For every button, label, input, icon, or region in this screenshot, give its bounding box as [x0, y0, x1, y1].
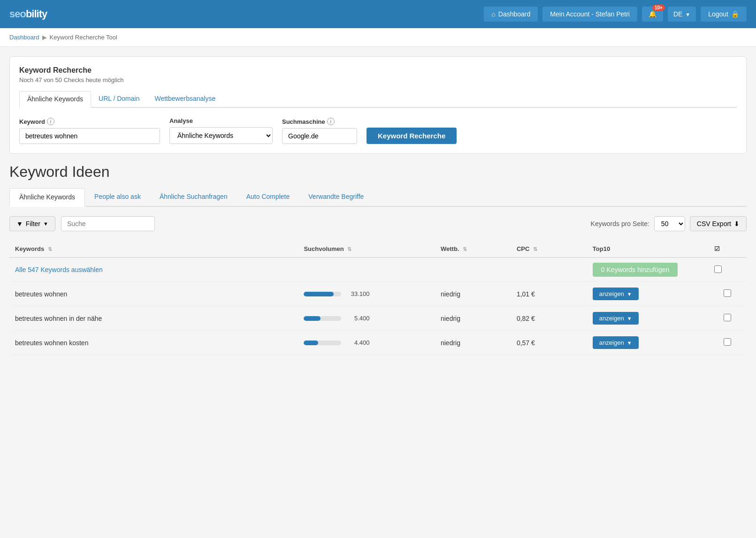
- keyword-input[interactable]: [19, 128, 160, 144]
- all-select-checkbox[interactable]: [714, 265, 722, 273]
- checkbox-cell: [709, 306, 747, 331]
- recherche-tabs: Ähnliche Keywords URL / Domain Wettbewer…: [19, 91, 737, 108]
- vol-bar-fill: [304, 292, 334, 296]
- tab2-aehnliche-suchanfragen[interactable]: Ähnliche Suchanfragen: [150, 188, 237, 207]
- lang-label: DE: [673, 10, 682, 18]
- keywords-table: Keywords ⇅ Suchvolumen ⇅ Wettb. ⇅ CPC ⇅: [9, 241, 747, 355]
- vol-bar-wrap: 5.400: [304, 315, 429, 322]
- sort-cpc-icon: ⇅: [533, 246, 537, 252]
- keyword-info-icon[interactable]: i: [47, 118, 54, 125]
- add-kw-cell: 0 Keywords hinzufügen: [587, 258, 709, 282]
- vol-bar-fill: [304, 316, 321, 321]
- keyword-cell: betreutes wohnen: [9, 282, 298, 306]
- col-header-top10: Top10: [587, 241, 709, 258]
- dashboard-label: Dashboard: [498, 10, 531, 18]
- vol-number: 33.100: [346, 290, 369, 297]
- keyword-recherche-card: Keyword Recherche Noch 47 von 50 Checks …: [9, 56, 747, 154]
- suchmaschine-group: Suchmaschine i: [282, 118, 357, 144]
- sort-vol-icon: ⇅: [347, 246, 351, 252]
- chevron-down-icon: ▼: [685, 12, 690, 17]
- per-page-select[interactable]: 50 10 25 100: [654, 216, 685, 231]
- table-toolbar: ▼ Filter ▼ Keywords pro Seite: 50 10 25 …: [9, 216, 747, 231]
- toolbar-right: Keywords pro Seite: 50 10 25 100 CSV Exp…: [591, 216, 747, 231]
- all-keywords-select-link[interactable]: Alle 547 Keywords auswählen: [15, 266, 103, 273]
- suchmaschine-label: Suchmaschine i: [282, 118, 357, 125]
- table-row: betreutes wohnen in der nähe 5.400 niedr…: [9, 306, 747, 331]
- filter-label: Filter: [26, 220, 40, 227]
- filter-icon: ▼: [16, 220, 23, 227]
- bell-icon: 🔔: [649, 10, 657, 18]
- account-button[interactable]: Mein Account - Stefan Petri: [542, 7, 637, 22]
- tab2-aehnliche-keywords[interactable]: Ähnliche Keywords: [9, 188, 85, 207]
- analyse-select[interactable]: Ähnliche Keywords URL / Domain Wettbewer…: [169, 127, 273, 144]
- keyword-label: Keyword i: [19, 118, 160, 125]
- top10-cell: anzeigen ▼: [587, 331, 709, 355]
- col-header-wettbewerb[interactable]: Wettb. ⇅: [435, 241, 511, 258]
- anzeigen-button[interactable]: anzeigen ▼: [593, 336, 639, 349]
- anzeigen-button[interactable]: anzeigen ▼: [593, 288, 639, 300]
- breadcrumb-home[interactable]: Dashboard: [9, 34, 39, 41]
- notifications-button[interactable]: 🔔 10+: [642, 7, 663, 22]
- sort-wett-icon: ⇅: [463, 246, 467, 252]
- all-select-row: Alle 547 Keywords auswählen 0 Keywords h…: [9, 258, 747, 282]
- row-checkbox[interactable]: [724, 338, 731, 346]
- col-header-checkbox: ☑: [709, 241, 747, 258]
- sort-keywords-icon: ⇅: [48, 246, 52, 252]
- table-row: betreutes wohnen 33.100 niedrig 1,01 €: [9, 282, 747, 306]
- card-title: Keyword Recherche: [19, 66, 737, 75]
- csv-label: CSV Export: [697, 220, 731, 227]
- col-header-cpc[interactable]: CPC ⇅: [511, 241, 587, 258]
- analyse-group: Analyse Ähnliche Keywords URL / Domain W…: [169, 117, 273, 144]
- chevron-down-icon: ▼: [627, 340, 632, 346]
- row-checkbox[interactable]: [724, 314, 731, 321]
- suchmaschine-info-icon[interactable]: i: [327, 118, 335, 125]
- logout-button[interactable]: Logout 🔒: [701, 7, 747, 22]
- tab2-verwandte-begriffe[interactable]: Verwandte Begriffe: [299, 188, 373, 207]
- filter-chevron-icon: ▼: [43, 221, 48, 227]
- vol-bar-bg: [304, 316, 341, 321]
- language-button[interactable]: DE ▼: [668, 7, 696, 22]
- tab2-people-also-ask[interactable]: People also ask: [85, 188, 150, 207]
- tab2-auto-complete[interactable]: Auto Complete: [237, 188, 299, 207]
- table-search-input[interactable]: [61, 216, 155, 231]
- tab-url-domain[interactable]: URL / Domain: [91, 91, 147, 108]
- col-header-keywords[interactable]: Keywords ⇅: [9, 241, 298, 258]
- tab-aehnliche-keywords[interactable]: Ähnliche Keywords: [19, 91, 91, 108]
- row-checkbox[interactable]: [724, 289, 731, 297]
- checkbox-cell: [709, 282, 747, 306]
- csv-export-button[interactable]: CSV Export ⬇: [690, 216, 747, 231]
- table-body: Alle 547 Keywords auswählen 0 Keywords h…: [9, 258, 747, 355]
- dashboard-button[interactable]: ⌂ Dashboard: [484, 7, 538, 22]
- table-row: betreutes wohnen kosten 4.400 niedrig 0,…: [9, 331, 747, 355]
- suchmaschine-input[interactable]: [282, 128, 357, 144]
- logo: seobility: [9, 8, 47, 20]
- download-icon: ⬇: [734, 220, 740, 227]
- cpc-cell: 0,57 €: [511, 331, 587, 355]
- chevron-down-icon: ▼: [627, 316, 632, 321]
- col-header-suchvolumen[interactable]: Suchvolumen ⇅: [298, 241, 435, 258]
- main-content: Keyword Recherche Noch 47 von 50 Checks …: [0, 47, 756, 364]
- keyword-cell: betreutes wohnen in der nähe: [9, 306, 298, 331]
- breadcrumb-current: Keyword Recherche Tool: [50, 34, 117, 41]
- keyword-recherche-button[interactable]: Keyword Recherche: [367, 128, 457, 144]
- vol-bar-fill: [304, 341, 318, 345]
- card-subtitle: Noch 47 von 50 Checks heute möglich: [19, 76, 737, 83]
- check-all-icon: ☑: [714, 245, 720, 252]
- home-icon: ⌂: [491, 10, 495, 18]
- vol-cell: 33.100: [298, 282, 435, 306]
- keyword-ideen-title: Keyword Ideen: [9, 163, 747, 181]
- tab-wettbewerbsanalyse[interactable]: Wettbewerbsanalyse: [147, 91, 223, 108]
- vol-bar-wrap: 33.100: [304, 290, 429, 297]
- top10-cell: anzeigen ▼: [587, 282, 709, 306]
- wett-cell: niedrig: [435, 306, 511, 331]
- wett-cell: niedrig: [435, 331, 511, 355]
- anzeigen-button[interactable]: anzeigen ▼: [593, 312, 639, 325]
- chevron-down-icon: ▼: [627, 291, 632, 297]
- all-select-cell: Alle 547 Keywords auswählen: [9, 258, 587, 282]
- filter-button[interactable]: ▼ Filter ▼: [9, 216, 55, 231]
- add-keywords-button[interactable]: 0 Keywords hinzufügen: [593, 263, 678, 277]
- vol-number: 5.400: [346, 315, 369, 322]
- all-checkbox-cell: [709, 258, 747, 282]
- ideen-tabs: Ähnliche Keywords People also ask Ähnlic…: [9, 188, 747, 207]
- per-page-label: Keywords pro Seite:: [591, 220, 649, 227]
